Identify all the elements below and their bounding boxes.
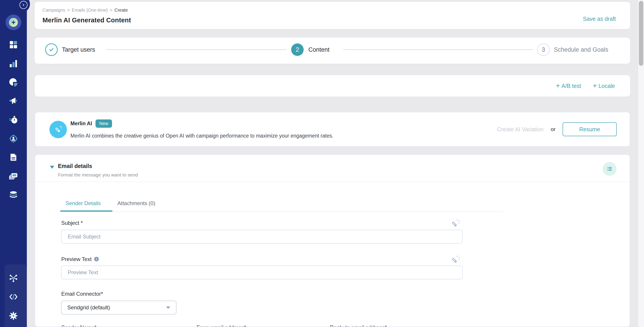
chevron-right-icon (22, 3, 26, 7)
or-text: or (551, 126, 556, 132)
plus-icon: + (9, 18, 18, 27)
new-badge: New (96, 120, 112, 128)
locale-label: Locale (598, 83, 615, 89)
stepper-card: Target users 2 Content 3 Schedule and Go… (35, 38, 630, 64)
email-subject-input[interactable] (61, 230, 463, 244)
step-2-number: 2 (296, 46, 299, 53)
breadcrumb: Campaigns > Emails (One-time) > Create (42, 8, 128, 13)
breadcrumb-item-campaigns[interactable]: Campaigns (42, 8, 65, 13)
breadcrumb-item-emails[interactable]: Emails (One-time) (72, 8, 108, 13)
step-1-circle[interactable] (45, 44, 58, 56)
merlin-ai-banner: Merlin AI New Merlin AI combines the cre… (35, 112, 630, 147)
ab-test-label: A/B test (562, 83, 581, 89)
breadcrumb-separator: > (110, 8, 112, 13)
pie-chart-icon[interactable] (8, 78, 18, 87)
tab-sender-details[interactable]: Sender Details (66, 200, 100, 206)
preview-text-label: Preview Texti (61, 256, 99, 262)
create-new-button[interactable]: + (6, 14, 21, 30)
chevron-down-icon (166, 306, 170, 309)
bar-chart-icon[interactable] (8, 58, 18, 68)
gear-icon[interactable] (8, 311, 18, 321)
magic-wand-icon (450, 218, 460, 228)
subject-label: Subject * (61, 220, 83, 226)
collapse-triangle-icon[interactable] (50, 166, 54, 169)
sender-name-label: Sender Name* (61, 324, 96, 327)
preview-text-label-text: Preview Text (61, 256, 92, 262)
variation-toolbar-card: + A/B test + Locale (35, 75, 630, 96)
email-connector-select[interactable]: Sendgrid (default) (61, 300, 176, 314)
step-3-label: Schedule and Goals (554, 46, 608, 53)
step-connector-line (106, 49, 286, 50)
merlin-description: Merlin AI combines the creative genius o… (70, 133, 334, 139)
step-2-label: Content (308, 46, 330, 53)
add-ab-test-button[interactable]: + A/B test (556, 82, 581, 90)
merlin-avatar (50, 121, 67, 138)
breadcrumb-separator: > (67, 8, 70, 13)
user-target-icon[interactable] (8, 134, 18, 144)
stopwatch-icon[interactable] (8, 115, 18, 125)
database-icon[interactable] (8, 190, 18, 200)
magic-wand-icon (450, 254, 460, 264)
email-connector-label: Email Connector* (61, 291, 103, 297)
preview-text-input[interactable] (61, 266, 463, 279)
grid-icon[interactable] (8, 40, 18, 50)
create-ai-variation-link: Create AI Variation (497, 126, 544, 133)
outline-list-button[interactable] (603, 162, 616, 176)
page-header-card: Campaigns > Emails (One-time) > Create M… (35, 2, 630, 29)
step-3-number: 3 (542, 46, 545, 53)
megaphone-icon[interactable] (8, 96, 18, 106)
magic-wand-icon (54, 125, 63, 134)
plus-icon: + (593, 82, 597, 90)
email-details-subtitle: Format the message you want to send (58, 172, 138, 178)
info-icon[interactable]: i (94, 257, 99, 262)
merlin-name: Merlin AI (70, 120, 92, 126)
hub-icon[interactable] (8, 273, 18, 283)
divider (35, 182, 630, 182)
document-icon[interactable] (8, 152, 18, 162)
step-2-circle[interactable]: 2 (291, 44, 304, 56)
resume-button[interactable]: Resume (562, 122, 617, 136)
preview-magic-wand-button[interactable] (450, 254, 460, 264)
step-1-label: Target users (62, 46, 95, 53)
tab-attachments[interactable]: Attachments (0) (118, 200, 155, 206)
reply-to-email-label: Reply-to email address* (330, 324, 387, 327)
subject-magic-wand-button[interactable] (450, 218, 460, 228)
breadcrumb-item-create: Create (114, 8, 128, 13)
list-icon (606, 166, 613, 172)
step-3-circle[interactable]: 3 (537, 44, 550, 56)
sidebar: + (0, 0, 27, 327)
scrollbar-thumb[interactable] (639, 1, 643, 66)
layers-icon[interactable] (8, 171, 18, 181)
checkmark-icon (48, 46, 55, 53)
sidebar-expand-button[interactable] (20, 1, 28, 9)
save-as-draft-link[interactable]: Save as draft (583, 16, 616, 22)
email-details-title: Email details (58, 163, 92, 169)
plus-icon: + (556, 82, 560, 90)
email-connector-value: Sendgrid (default) (67, 304, 110, 311)
code-icon[interactable] (8, 292, 18, 302)
page-title: Merlin AI Generated Content (42, 16, 131, 24)
from-email-label: From email address* (196, 324, 246, 327)
tab-divider (60, 212, 504, 212)
step-connector-line (343, 49, 533, 50)
email-details-card: Email details Format the message you wan… (35, 154, 630, 327)
add-locale-button[interactable]: + Locale (593, 82, 615, 90)
